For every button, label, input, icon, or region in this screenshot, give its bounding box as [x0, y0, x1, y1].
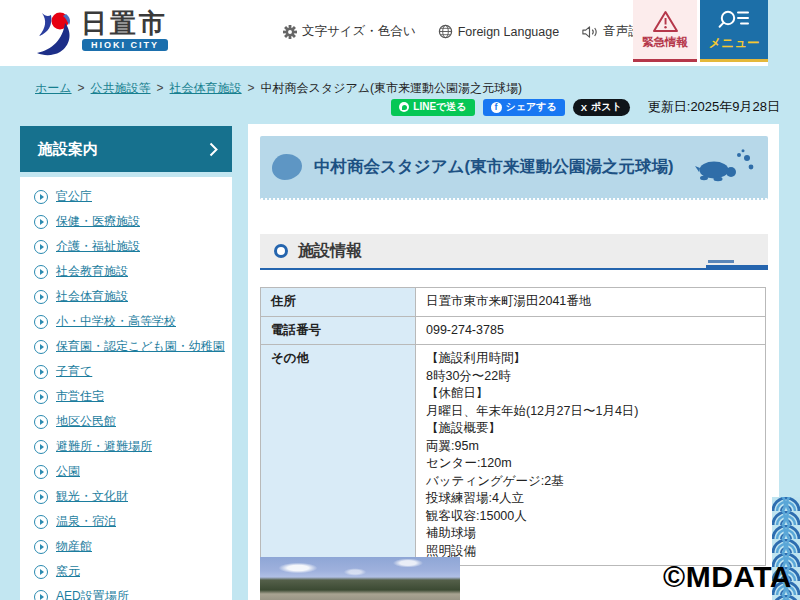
- row-value-line: 【施設利用時間】: [426, 350, 755, 368]
- sidebar-item-link[interactable]: 市営住宅: [56, 388, 104, 405]
- sidebar-item-link[interactable]: 保健・医療施設: [56, 213, 140, 230]
- page-title: 中村商会スタジアム(東市来運動公園湯之元球場): [314, 157, 690, 177]
- row-label: 電話番号: [261, 316, 416, 345]
- sidebar-item[interactable]: 官公庁: [34, 184, 232, 209]
- globe-icon: [438, 24, 453, 39]
- line-share-button[interactable]: LINEで送る: [391, 99, 474, 116]
- breadcrumb-link[interactable]: ホーム: [35, 81, 72, 95]
- sidebar-item-link[interactable]: 地区公民館: [56, 413, 116, 430]
- sidebar-item-link[interactable]: 公園: [56, 463, 80, 480]
- circle-arrow-icon: [34, 315, 48, 329]
- sidebar-item[interactable]: AED設置場所: [34, 584, 232, 600]
- turtle-icon: [694, 149, 756, 185]
- sidebar-item[interactable]: 市営住宅: [34, 384, 232, 409]
- site-header: 日置市 HIOKI CITY 文字サイズ・色合い: [0, 0, 768, 66]
- table-row: 電話番号099-274-3785: [261, 316, 766, 345]
- section-header-facility-info: 施設情報: [260, 234, 768, 270]
- sidebar-item-link[interactable]: 社会教育施設: [56, 263, 128, 280]
- page-title-banner: 中村商会スタジアム(東市来運動公園湯之元球場): [260, 136, 768, 200]
- row-value: 099-274-3785: [416, 316, 766, 345]
- sidebar-item[interactable]: 社会教育施設: [34, 259, 232, 284]
- row-value-line: 投球練習場:4人立: [426, 490, 755, 508]
- emergency-info-button[interactable]: 緊急情報: [633, 0, 697, 62]
- warning-icon: [652, 10, 679, 33]
- sidebar-item[interactable]: 公園: [34, 459, 232, 484]
- sidebar-item[interactable]: 物産館: [34, 534, 232, 559]
- sidebar-item[interactable]: 保健・医療施設: [34, 209, 232, 234]
- facility-info-table: 住所日置市東市来町湯田2041番地電話番号099-274-3785その他【施設利…: [260, 287, 766, 566]
- sidebar-item-link[interactable]: 避難所・避難場所: [56, 438, 152, 455]
- site-logo[interactable]: 日置市 HIOKI CITY: [33, 9, 168, 57]
- sidebar-item-link[interactable]: 物産館: [56, 538, 92, 555]
- circle-arrow-icon: [34, 490, 48, 504]
- sidebar-item[interactable]: 子育て: [34, 359, 232, 384]
- sidebar-item-link[interactable]: 介護・福祉施設: [56, 238, 140, 255]
- blob-icon: [272, 154, 302, 180]
- circle-marker-icon: [274, 244, 288, 258]
- sidebar-item-link[interactable]: AED設置場所: [56, 588, 129, 600]
- circle-arrow-icon: [34, 340, 48, 354]
- sidebar-item[interactable]: 介護・福祉施設: [34, 234, 232, 259]
- x-post-button[interactable]: X ポスト: [573, 99, 630, 116]
- circle-arrow-icon: [34, 265, 48, 279]
- circle-arrow-icon: [34, 290, 48, 304]
- circle-arrow-icon: [34, 565, 48, 579]
- row-value-line: 【休館日】: [426, 385, 755, 403]
- updated-date: 更新日:2025年9月28日: [648, 98, 780, 116]
- sidebar-item-link[interactable]: 社会体育施設: [56, 288, 128, 305]
- sidebar-item-link[interactable]: 保育園・認定こども園・幼稚園: [56, 338, 225, 355]
- circle-arrow-icon: [34, 590, 48, 600]
- sidebar-item[interactable]: 温泉・宿泊: [34, 509, 232, 534]
- row-value-line: バッティングゲージ:2基: [426, 473, 755, 491]
- sidebar-header-facility-guide[interactable]: 施設案内: [20, 126, 232, 172]
- row-value-line: 照明設備: [426, 543, 755, 561]
- sidebar-item-link[interactable]: 子育て: [56, 363, 92, 380]
- row-value-line: 観客収容:15000人: [426, 508, 755, 526]
- breadcrumb-separator: >: [78, 81, 85, 95]
- speaker-icon: [581, 25, 598, 39]
- search-menu-icon: [718, 8, 750, 32]
- sidebar-item[interactable]: 地区公民館: [34, 409, 232, 434]
- facebook-icon: f: [491, 102, 502, 113]
- breadcrumb-separator: >: [157, 81, 164, 95]
- breadcrumb-link[interactable]: 社会体育施設: [170, 81, 242, 95]
- sidebar-item[interactable]: 窯元: [34, 559, 232, 584]
- circle-arrow-icon: [34, 190, 48, 204]
- row-value: 【施設利用時間】8時30分〜22時【休館日】月曜日、年末年始(12月27日〜1月…: [416, 345, 766, 566]
- text-size-color-link[interactable]: 文字サイズ・色合い: [283, 23, 416, 40]
- line-icon: [399, 102, 409, 112]
- circle-arrow-icon: [34, 215, 48, 229]
- circle-arrow-icon: [34, 390, 48, 404]
- menu-button[interactable]: メニュー: [700, 0, 768, 62]
- sidebar-item[interactable]: 社会体育施設: [34, 284, 232, 309]
- facebook-share-button[interactable]: f シェアする: [483, 99, 565, 116]
- circle-arrow-icon: [34, 240, 48, 254]
- sidebar-item-link[interactable]: 温泉・宿泊: [56, 513, 116, 530]
- sidebar-item-link[interactable]: 小・中学校・高等学校: [56, 313, 176, 330]
- sidebar-item-link[interactable]: 官公庁: [56, 188, 92, 205]
- hioki-logo-mark: [33, 9, 77, 57]
- sidebar-item[interactable]: 避難所・避難場所: [34, 434, 232, 459]
- table-row: その他【施設利用時間】8時30分〜22時【休館日】月曜日、年末年始(12月27日…: [261, 345, 766, 566]
- foreign-language-link[interactable]: Foreign Language: [438, 24, 559, 39]
- sidebar-item[interactable]: 観光・文化財: [34, 484, 232, 509]
- row-label: 住所: [261, 288, 416, 317]
- share-row: LINEで送る f シェアする X ポスト 更新日:2025年9月28日: [391, 98, 780, 116]
- sidebar-item[interactable]: 小・中学校・高等学校: [34, 309, 232, 334]
- section-header-decoration: [704, 260, 768, 270]
- header-utility-nav: 文字サイズ・色合い Foreign Language 音声読み上: [283, 23, 679, 40]
- breadcrumb: ホーム>公共施設等>社会体育施設>中村商会スタジアム(東市来運動公園湯之元球場): [35, 80, 522, 97]
- sidebar-item-link[interactable]: 観光・文化財: [56, 488, 128, 505]
- row-value-line: センター:120m: [426, 455, 755, 473]
- facility-photo: [260, 557, 460, 600]
- circle-arrow-icon: [34, 415, 48, 429]
- row-value-line: 月曜日、年末年始(12月27日〜1月4日): [426, 403, 755, 421]
- watermark: ©MDATA: [663, 560, 792, 594]
- sidebar-item[interactable]: 保育園・認定こども園・幼稚園: [34, 334, 232, 359]
- row-value: 日置市東市来町湯田2041番地: [416, 288, 766, 317]
- breadcrumb-link[interactable]: 公共施設等: [91, 81, 151, 95]
- circle-arrow-icon: [34, 540, 48, 554]
- chevron-right-icon: [209, 142, 218, 157]
- circle-arrow-icon: [34, 515, 48, 529]
- sidebar-item-link[interactable]: 窯元: [56, 563, 80, 580]
